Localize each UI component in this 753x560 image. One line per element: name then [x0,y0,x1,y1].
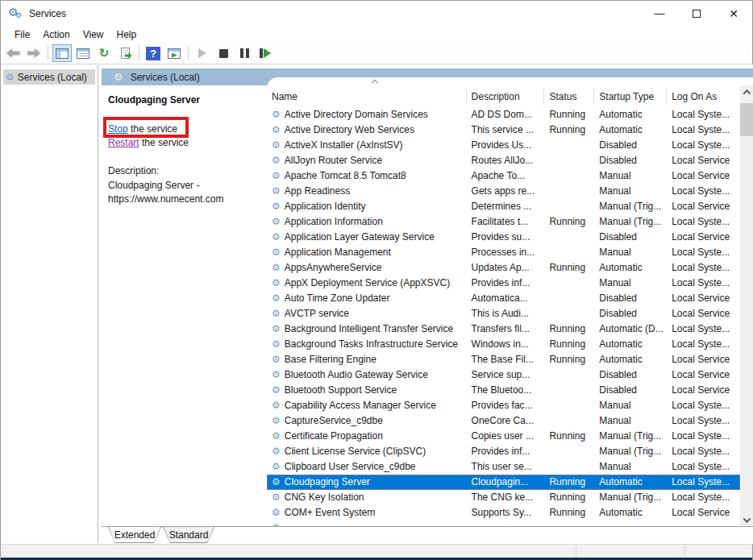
service-status-cell [544,306,594,321]
forward-button[interactable] [24,44,44,62]
services-app-icon: ⚙⚙ [8,7,23,20]
service-logon-cell: Local Service [667,230,740,245]
toolbar-separator [48,46,48,60]
table-row[interactable]: ⚙Cloudpaging ServerCloudpagin...RunningA… [267,475,740,490]
table-row[interactable]: ⚙Active Directory Domain ServicesAD DS D… [267,107,740,122]
table-row[interactable]: ⚙Clipboard User Service_c9dbeThis user s… [267,459,740,475]
service-name-cell: ⚙Bluetooth Audio Gateway Service [267,367,467,383]
service-name-cell: ⚙Certificate Propagation [267,429,467,444]
table-row-partial[interactable]: ⚙ [267,521,740,526]
table-row[interactable]: ⚙Background Intelligent Transfer Service… [267,321,740,337]
export-list-button[interactable] [115,44,135,62]
service-description-cell: Transfers fil... [467,321,545,337]
table-row[interactable]: ⚙COM+ Event SystemSupports Sy...RunningA… [267,505,740,521]
table-row[interactable]: ⚙Base Filtering EngineThe Base Fil...Run… [267,352,740,367]
tree-item-services-local[interactable]: ⚙ Services (Local) [3,69,95,85]
service-status-cell: Running [544,352,594,367]
table-row[interactable]: ⚙Auto Time Zone UpdaterAutomatica...Disa… [267,291,740,306]
service-startup-cell: Manual [594,168,667,184]
service-name-cell: ⚙Capability Access Manager Service [267,398,467,413]
service-startup-cell: Automatic (D... [594,321,667,337]
service-logon-cell: Local Syste... [667,490,740,505]
column-header-startup-type[interactable]: Startup Type [594,88,667,105]
service-gear-icon: ⚙ [272,367,281,383]
scrollbar-thumb[interactable] [740,103,753,136]
tab-standard[interactable]: Standard [163,527,214,543]
refresh-button[interactable]: ↻ [94,44,114,62]
table-row[interactable]: ⚙Application IdentityDetermines ...Manua… [267,199,740,214]
help-icon: ? [146,47,160,60]
service-logon-cell: Local Syste... [667,398,740,413]
service-status-cell [544,153,594,168]
restart-service-link[interactable]: Restart [108,137,139,148]
close-button[interactable]: ✕ [715,1,752,26]
service-logon-cell: Local Syste... [667,475,740,490]
service-startup-cell: Manual [594,245,667,260]
table-row[interactable]: ⚙Apache Tomcat 8.5 Tomcat8Apache To...Ma… [267,168,740,184]
scroll-down-icon[interactable] [740,513,753,526]
service-startup-cell: Manual (Trig... [594,490,667,505]
service-name-cell: ⚙Bluetooth Support Service [267,383,467,398]
menu-help[interactable]: Help [110,27,144,42]
service-name-cell: ⚙COM+ Event System [267,505,467,521]
menu-file[interactable]: File [8,27,36,42]
table-row[interactable]: ⚙Active Directory Web ServicesThis servi… [267,122,740,138]
table-row[interactable]: ⚙ActiveX Installer (AxInstSV)Provides Us… [267,138,740,153]
service-gear-icon: ⚙ [272,521,281,526]
pause-service-button[interactable] [235,44,254,62]
start-service-button[interactable] [193,44,212,62]
description-text: Cloudpaging Server - https://www.numecen… [108,179,261,206]
tab-extended[interactable]: Extended [108,527,161,543]
table-row[interactable]: ⚙Application InformationFacilitates t...… [267,214,740,230]
start-service-icon [198,48,206,58]
service-name-cell: ⚙CNG Key Isolation [267,490,467,505]
table-row[interactable]: ⚙Background Tasks Infrastructure Service… [267,337,740,352]
service-description-cell: Gets apps re... [467,184,545,199]
column-header-log-on-as[interactable]: Log On As [667,88,740,105]
table-row[interactable]: ⚙Application Layer Gateway ServiceProvid… [267,230,740,245]
service-gear-icon: ⚙ [272,398,281,413]
service-startup-cell: Manual (Trig... [594,444,667,459]
table-row[interactable]: ⚙Bluetooth Support ServiceThe Bluetoo...… [267,383,740,398]
maximize-button[interactable] [678,1,715,26]
scroll-up-icon[interactable] [740,85,753,98]
menu-action[interactable]: Action [36,27,76,42]
table-row[interactable]: ⚙Client License Service (ClipSVC)Provide… [267,444,740,459]
table-row[interactable]: ⚙AVCTP serviceThis is Audi...DisabledLoc… [267,306,740,321]
table-row[interactable]: ⚙AppsAnywhereServiceUpdates Ap...Running… [267,260,740,276]
toolbar-separator [139,46,139,60]
service-gear-icon: ⚙ [272,214,281,230]
table-row[interactable]: ⚙CaptureService_c9dbeOneCore Ca...Manual… [267,413,740,429]
table-row[interactable]: ⚙Certificate PropagationCopies user ...R… [267,429,740,444]
back-button[interactable] [3,44,23,62]
service-status-cell [544,199,594,214]
menu-view[interactable]: View [77,27,110,42]
table-row[interactable]: ⚙CNG Key IsolationThe CNG ke...RunningMa… [267,490,740,505]
table-row[interactable]: ⚙AllJoyn Router ServiceRoutes AllJo...Di… [267,153,740,168]
table-row[interactable]: ⚙Application ManagementProcesses in...Ma… [267,245,740,260]
stop-service-button[interactable] [214,44,233,62]
column-header-name[interactable]: Name [267,88,467,105]
title-bar: ⚙⚙ Services — ✕ [1,1,752,26]
help-button[interactable]: ? [144,44,163,62]
properties-button[interactable] [73,44,93,62]
restart-service-button[interactable] [256,44,275,62]
show-hide-console-tree-button[interactable] [52,44,72,62]
service-description-cell: This user se... [467,459,545,475]
column-header-status[interactable]: Status [544,88,594,105]
table-row[interactable]: ⚙Capability Access Manager ServiceProvid… [267,398,740,413]
back-icon [6,48,20,58]
minimize-button[interactable]: — [641,1,678,26]
vertical-scrollbar[interactable] [740,85,753,526]
service-startup-cell: Manual [594,459,667,475]
service-status-cell [544,413,594,429]
service-status-cell [544,383,594,398]
service-logon-cell: Local Service [667,383,740,398]
table-row[interactable]: ⚙Bluetooth Audio Gateway ServiceService … [267,367,740,383]
service-description-cell: Facilitates t... [467,214,545,230]
column-header-description[interactable]: Description [467,88,545,105]
show-hide-action-pane-button[interactable] [164,44,184,62]
table-row[interactable]: ⚙App ReadinessGets apps re...ManualLocal… [267,184,740,199]
service-logon-cell: Local Syste... [667,444,740,459]
table-row[interactable]: ⚙AppX Deployment Service (AppXSVC)Provid… [267,276,740,291]
